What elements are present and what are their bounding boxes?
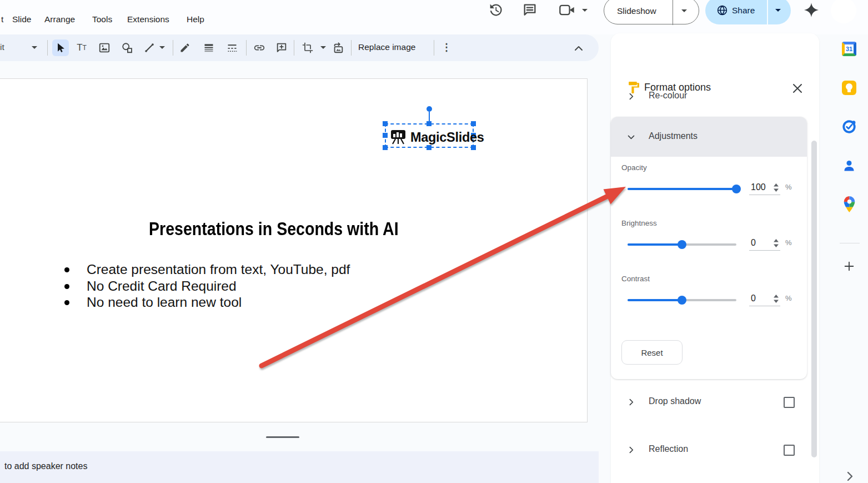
drop-shadow-checkbox[interactable]: [784, 397, 795, 408]
shapes-icon: [121, 42, 133, 54]
tasks-app-icon[interactable]: [842, 119, 856, 136]
insert-shape-button[interactable]: [119, 39, 136, 56]
replace-image-button[interactable]: Replace image: [358, 42, 415, 52]
textbox-tool-button[interactable]: TT: [73, 39, 90, 56]
magicslides-logo-icon[interactable]: [390, 130, 408, 147]
share-dropdown-caret[interactable]: [775, 9, 781, 12]
line-dropdown-caret[interactable]: [159, 46, 165, 49]
border-dash-button[interactable]: [224, 39, 240, 56]
speaker-notes-placeholder: to add speaker notes: [4, 461, 87, 471]
adjustments-label: Adjustments: [649, 131, 698, 141]
slide-title[interactable]: Presentations in Seconds with AI: [149, 218, 399, 240]
contrast-value-field[interactable]: 0: [749, 291, 780, 306]
brightness-spinner-icon[interactable]: [773, 238, 779, 248]
slideshow-label: Slideshow: [617, 6, 656, 16]
slideshow-dropdown-caret[interactable]: [681, 9, 687, 12]
contrast-spinner-icon[interactable]: [773, 294, 779, 303]
reflection-label: Reflection: [649, 444, 688, 454]
meet-camera-icon[interactable]: [559, 3, 575, 17]
contrast-control-group: Contrast 0 %: [611, 275, 807, 330]
brightness-value-field[interactable]: 0: [749, 236, 780, 251]
resize-handle-nw[interactable]: [383, 121, 388, 126]
magicslides-logo-text[interactable]: MagicSlides: [410, 130, 484, 145]
more-options-icon[interactable]: ⋮: [441, 41, 451, 53]
resize-handle-s[interactable]: [427, 145, 432, 150]
resize-handle-sw[interactable]: [383, 145, 388, 150]
reflection-checkbox[interactable]: [784, 445, 795, 456]
reset-image-button[interactable]: [330, 39, 347, 56]
menu-item-slide[interactable]: Slide: [12, 14, 31, 24]
calendar-app-icon[interactable]: 31: [842, 42, 856, 56]
crop-dropdown-caret[interactable]: [320, 46, 326, 49]
recolour-section-row[interactable]: Re-colour: [611, 86, 807, 108]
drop-shadow-section-row[interactable]: Drop shadow: [611, 391, 807, 414]
opacity-value-field[interactable]: 100: [749, 180, 780, 195]
brightness-slider-thumb[interactable]: [678, 240, 686, 249]
resize-handle-se[interactable]: [471, 145, 476, 150]
opacity-slider-thumb[interactable]: [732, 185, 741, 193]
bullet-item[interactable]: Create presentation from text, YouTube, …: [60, 261, 350, 278]
insert-line-button[interactable]: [141, 39, 158, 56]
format-options-panel: Format options Re-colour Adjustments Opa…: [611, 33, 819, 483]
version-history-icon[interactable]: [488, 2, 503, 18]
contrast-slider-thumb[interactable]: [678, 296, 686, 305]
zoom-dropdown-caret[interactable]: [32, 46, 37, 49]
rotation-handle[interactable]: [427, 106, 432, 112]
meet-dropdown-caret[interactable]: [582, 9, 588, 12]
crop-icon: [302, 42, 313, 53]
share-button[interactable]: Share: [705, 0, 791, 24]
rail-divider: [840, 243, 860, 243]
adjustments-header-row[interactable]: Adjustments: [611, 117, 807, 157]
pen-icon: [179, 42, 190, 53]
chevron-right-icon: [626, 92, 636, 103]
slide-canvas[interactable]: [0, 78, 588, 422]
crop-image-button[interactable]: [299, 39, 316, 56]
speaker-notes-bar[interactable]: to add speaker notes: [0, 451, 599, 483]
keep-app-icon[interactable]: [842, 81, 856, 95]
link-icon: [253, 42, 265, 54]
opacity-spinner-icon[interactable]: [773, 183, 779, 192]
line-dash-icon: [227, 42, 238, 53]
add-comment-button[interactable]: [273, 39, 290, 56]
border-color-button[interactable]: [177, 39, 193, 56]
brightness-slider[interactable]: [628, 243, 736, 246]
menu-item-help[interactable]: Help: [187, 14, 204, 24]
image-icon: [98, 42, 111, 54]
gemini-sparkle-icon[interactable]: [804, 3, 819, 17]
contrast-slider[interactable]: [628, 299, 736, 301]
share-divider: [767, 0, 768, 24]
bullet-item[interactable]: No need to learn new tool: [60, 294, 350, 311]
menu-item-arrange[interactable]: Arrange: [44, 14, 75, 24]
bullet-item[interactable]: No Credit Card Required: [60, 278, 350, 295]
chevron-right-icon: [626, 445, 636, 457]
toolbar-divider: [173, 40, 173, 56]
menu-item-partial[interactable]: t: [1, 14, 3, 24]
notes-resize-handle[interactable]: [266, 436, 299, 438]
panel-scrollbar[interactable]: [811, 141, 817, 457]
drop-shadow-label: Drop shadow: [649, 396, 701, 406]
menu-item-extensions[interactable]: Extensions: [127, 14, 169, 24]
get-addons-plus-icon[interactable]: [843, 260, 855, 275]
border-weight-button[interactable]: [200, 39, 217, 56]
hide-side-panel-chevron[interactable]: [845, 470, 854, 483]
maps-app-icon[interactable]: [843, 196, 856, 215]
comments-icon[interactable]: [522, 2, 538, 18]
reset-button[interactable]: Reset: [621, 340, 683, 365]
contacts-app-icon[interactable]: [842, 159, 856, 175]
zoom-select[interactable]: it: [0, 42, 4, 52]
slide-bullet-list[interactable]: Create presentation from text, YouTube, …: [60, 261, 350, 311]
opacity-slider[interactable]: [628, 188, 736, 190]
collapse-toolbar-chevron[interactable]: [572, 42, 585, 57]
line-icon: [143, 42, 155, 54]
slideshow-button[interactable]: Slideshow: [604, 0, 699, 24]
reflection-section-row[interactable]: Reflection: [611, 439, 807, 461]
resize-handle-ne[interactable]: [471, 121, 476, 126]
resize-handle-n[interactable]: [427, 121, 432, 126]
brightness-control-group: Brightness 0 %: [611, 219, 807, 275]
insert-image-button[interactable]: [96, 39, 113, 56]
main-toolbar: it TT: [0, 34, 599, 61]
select-tool-button[interactable]: [52, 39, 69, 56]
resize-handle-w[interactable]: [383, 133, 388, 138]
menu-item-tools[interactable]: Tools: [92, 14, 112, 24]
insert-link-button[interactable]: [251, 39, 268, 56]
